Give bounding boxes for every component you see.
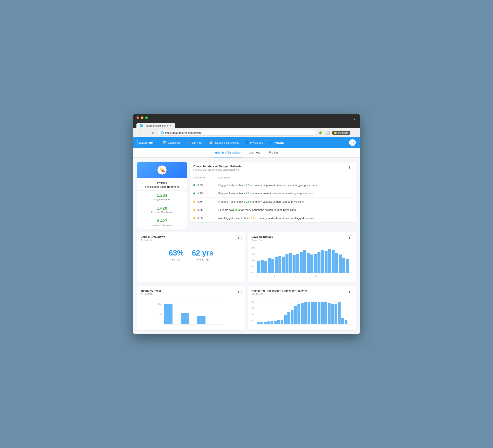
table-row: 0.85 Flagged Patients have 2.5x as many … [190,189,356,198]
y-label-200: 200 [251,247,255,249]
svg-rect-60 [297,304,300,324]
svg-rect-17 [300,252,303,273]
svg-rect-18 [303,250,306,273]
gender-title: Gender Breakdown [141,235,165,238]
desc-cell: Flagged Patients have 2.5x as many patie… [215,198,356,206]
tab-title: Patient | Featureform [145,124,168,127]
browser-window: ⌄ 🌐 Patient | Featureform ✕ + ‹ › ↻ 🌐 ht… [133,114,360,334]
prescription-subtitle: Duopa Only [251,293,307,295]
days-therapy-svg: 200 150 100 50 0 [251,246,352,279]
svg-rect-27 [335,253,338,273]
days-therapy-chart: 200 150 100 50 0 [251,246,352,279]
svg-rect-11 [279,256,281,273]
x-label-15: 15 [315,275,317,277]
logo[interactable]: featureform [137,140,155,145]
trx-growth-metric: 1,428 Potential TRx Growth [137,203,187,216]
extensions-button[interactable]: 🧩 [318,130,324,135]
tab-insights-behaviors[interactable]: Insights & Behaviors [213,148,242,157]
content-tabs: Insights & Behaviors Journeys Profiles [133,148,360,158]
forward-button[interactable]: › [144,130,149,135]
median-age: 62 yrs [192,249,213,258]
incognito-label: Incognito [338,132,348,134]
svg-rect-19 [307,253,310,273]
insurance-subtitle: All Patients [141,293,162,295]
new-tab-button[interactable]: + [176,122,182,128]
svg-rect-15 [293,255,296,273]
insurance-types-card: Insurance Types All Patients ⬇ 1m 500k [137,286,245,330]
table-row: 0.55 Non-flagged Patients have 3.7x as m… [190,214,356,222]
svg-rect-50 [264,322,267,324]
svg-text:1m: 1m [158,303,161,305]
top-section: 💊 Patients Predicted to Start Treatment … [137,162,356,229]
back-button[interactable]: ‹ [136,130,142,135]
dashboard-icon: 📊 [163,141,166,144]
svg-rect-64 [311,302,314,324]
nav-item-dashboard[interactable]: 📊 Dashboard [160,140,183,146]
svg-rect-54 [277,320,280,324]
sig-dot-yellow [193,217,195,219]
gender-download-button[interactable]: ⬇ [236,235,242,241]
median-age-label: Median Age [192,258,213,261]
insurance-download-button[interactable]: ⬇ [236,289,242,295]
svg-rect-9 [271,259,274,273]
svg-text:50: 50 [251,319,253,321]
nav-item-patients[interactable]: 👥 Patients [267,140,287,146]
characteristics-download-button[interactable]: ⬇ [347,165,352,170]
window-expand[interactable]: ⌄ [352,116,357,121]
refresh-button[interactable]: ↻ [150,130,156,135]
characteristics-subtitle: Patients that are predicted start treatm… [193,168,242,171]
nav-item-summary[interactable]: 📍 Summary [184,140,205,146]
x-label-5: 5 [274,275,275,277]
y-label-150: 150 [251,253,255,255]
incognito-badge: 😶 Incognito [332,131,350,135]
nav-item-hospitals[interactable]: 🏥 Hospitals & Practices [207,140,242,146]
svg-rect-68 [325,302,327,324]
browser-controls [136,116,148,119]
nav-item-dashboard-label: Dashboard [167,141,180,144]
app-container: featureform 📊 Dashboard 📍 Summary 🏥 Hosp… [133,137,360,334]
user-avatar[interactable]: CV [349,139,356,146]
card-header-bg: 💊 [137,162,187,178]
sig-dot-green [193,184,195,186]
trx-growth-value: 1,428 [141,206,183,211]
insurance-chart: 1m 500k [141,300,242,327]
nav-item-physicians[interactable]: 👤 Physicians [243,140,265,146]
summary-icon: 📍 [187,141,190,144]
desc-cell: Non-flagged Patients have 3.7x as many m… [215,214,356,222]
nav-item-summary-label: Summary [191,141,203,144]
svg-rect-29 [342,258,346,273]
desc-cell: Flagged Patients have 2.5x as many diagn… [215,181,356,189]
svg-rect-14 [289,253,292,273]
svg-rect-6 [260,260,264,273]
tab-close-icon[interactable]: ✕ [170,124,172,127]
menu-button[interactable]: ⋮ [352,130,357,135]
split-view-button[interactable]: ⬜ [325,130,331,135]
tab-journeys[interactable]: Journeys [248,148,262,157]
maximize-dot[interactable] [145,116,148,119]
svg-rect-21 [314,254,317,273]
days-therapy-title: Days on Therapy [251,235,273,238]
desc-cell: Patients have 2.5x as many affiliations … [215,206,356,214]
treating-physicians-metric: 8,427 Treating Physicians [137,216,187,229]
address-bar[interactable]: 🌐 https://featureform.com/patient [157,130,316,135]
svg-rect-74 [345,320,347,324]
minimize-dot[interactable] [141,116,144,119]
svg-rect-66 [318,302,321,324]
pill-icon: 💊 [157,166,167,175]
svg-rect-51 [267,322,270,324]
svg-rect-20 [310,255,314,273]
close-dot[interactable] [136,116,139,119]
svg-rect-37 [181,313,189,324]
svg-text:100: 100 [251,313,254,315]
tab-profiles[interactable]: Profiles [268,148,280,157]
table-row: 0.65 Patients have 2.5x as many affiliat… [190,206,356,214]
prescription-claims-card: Number of Prescription Claims per Patien… [248,286,356,330]
days-therapy-download-button[interactable]: ⬇ [347,235,352,241]
nav-item-physicians-label: Physicians [250,141,263,144]
sig-dot-yellow [193,201,195,203]
browser-tab-active[interactable]: 🌐 Patient | Featureform ✕ [136,123,175,128]
svg-rect-22 [317,252,321,273]
prescription-download-button[interactable]: ⬇ [347,289,352,295]
svg-rect-12 [282,257,285,273]
sig-cell: 0.55 [190,214,215,222]
